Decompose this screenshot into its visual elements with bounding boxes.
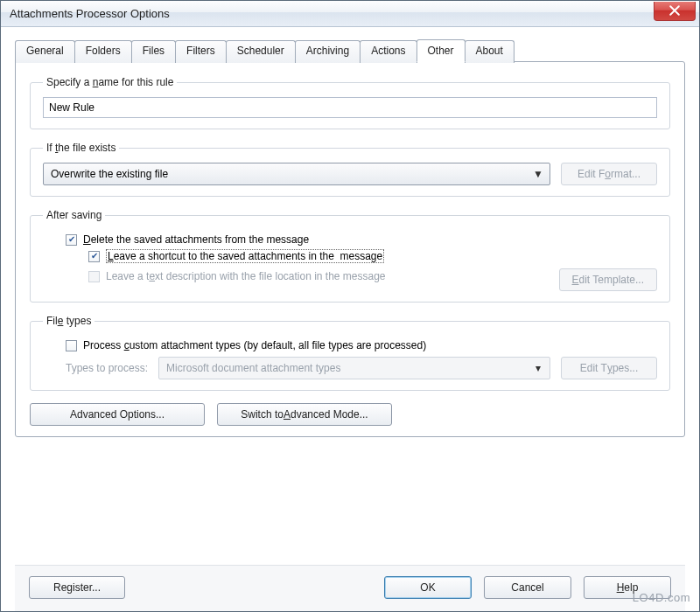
options-dialog: Attachments Processor Options General Fo… — [0, 0, 700, 612]
file-exists-combo[interactable]: Overwrite the existing file ▼ — [43, 163, 550, 185]
tab-general[interactable]: General — [15, 40, 75, 63]
group-file-types: File types Process custom attachment typ… — [30, 315, 670, 391]
leave-shortcut-row[interactable]: Leave a shortcut to the saved attachment… — [88, 249, 657, 263]
edit-types-button: Edit Types... — [561, 357, 657, 379]
group-after-saving-legend: After saving — [43, 209, 105, 221]
group-after-saving: After saving Delete the saved attachment… — [30, 209, 670, 303]
process-custom-checkbox[interactable] — [66, 340, 77, 351]
leave-shortcut-checkbox[interactable] — [88, 251, 100, 262]
leave-textdesc-checkbox — [88, 271, 100, 282]
help-button[interactable]: Help — [584, 576, 671, 599]
client-area: General Folders Files Filters Scheduler … — [1, 27, 699, 611]
group-rule-name: Specify a name for this rule — [30, 76, 670, 129]
close-button[interactable] — [654, 2, 696, 21]
group-file-exists: If the file exists Overwrite the existin… — [30, 142, 670, 197]
leave-textdesc-label: Leave a text description with the file l… — [106, 270, 386, 282]
group-file-exists-legend: If the file exists — [43, 142, 119, 154]
types-to-process-selected: Microsoft document attachment types — [166, 362, 530, 374]
process-custom-label: Process custom attachment types (by defa… — [83, 339, 426, 351]
window-title: Attachments Processor Options — [10, 7, 654, 20]
tab-panel-other: Specify a name for this rule If the file… — [15, 61, 685, 437]
group-rule-name-legend: Specify a name for this rule — [43, 76, 177, 88]
inner-button-row: Advanced Options... Switch to Advanced M… — [30, 403, 670, 426]
cancel-button[interactable]: Cancel — [484, 576, 571, 599]
tab-scheduler[interactable]: Scheduler — [226, 40, 296, 63]
types-to-process-combo: Microsoft document attachment types ▾ — [158, 357, 550, 379]
tab-files[interactable]: Files — [131, 40, 176, 63]
leave-shortcut-label: Leave a shortcut to the saved attachment… — [106, 249, 384, 263]
tab-actions[interactable]: Actions — [360, 40, 416, 63]
leave-textdesc-row: Leave a text description with the file l… — [88, 270, 549, 282]
delete-attachments-checkbox[interactable] — [66, 234, 77, 246]
edit-format-button: Edit Format... — [561, 163, 657, 185]
file-exists-selected: Overwrite the existing file — [51, 168, 530, 180]
title-bar: Attachments Processor Options — [1, 1, 699, 27]
chevron-down-icon: ▼ — [530, 168, 546, 180]
tab-filters[interactable]: Filters — [175, 40, 227, 63]
chevron-down-icon: ▾ — [530, 362, 546, 374]
advanced-options-button[interactable]: Advanced Options... — [30, 403, 205, 426]
delete-attachments-label: Delete the saved attachments from the me… — [83, 233, 309, 246]
process-custom-row[interactable]: Process custom attachment types (by defa… — [66, 339, 657, 351]
group-file-types-legend: File types — [43, 315, 94, 327]
tab-strip: General Folders Files Filters Scheduler … — [15, 39, 685, 62]
register-button[interactable]: Register... — [29, 576, 125, 599]
tab-folders[interactable]: Folders — [74, 40, 132, 63]
tab-other[interactable]: Other — [416, 39, 466, 62]
edit-template-button: Edit Template... — [559, 268, 658, 291]
ok-button[interactable]: OK — [384, 576, 472, 599]
close-icon — [669, 5, 680, 16]
types-to-process-label: Types to process: — [66, 362, 148, 374]
tab-archiving[interactable]: Archiving — [295, 40, 360, 63]
rule-name-input[interactable] — [43, 97, 657, 118]
dialog-button-bar: Register... OK Cancel Help — [15, 565, 685, 611]
switch-advanced-button[interactable]: Switch to Advanced Mode... — [217, 403, 392, 426]
tab-about[interactable]: About — [465, 40, 514, 63]
delete-attachments-row[interactable]: Delete the saved attachments from the me… — [66, 233, 657, 246]
